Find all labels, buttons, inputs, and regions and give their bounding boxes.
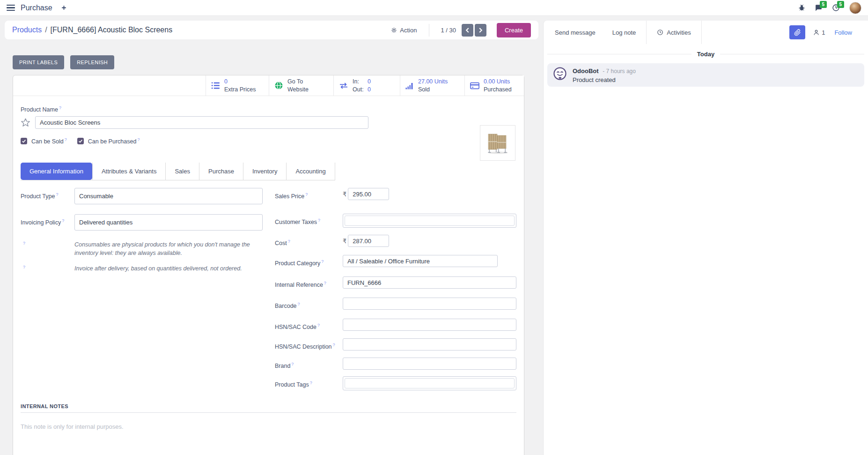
left-field-column: Product Type? Invoicing Policy? ? Consum… xyxy=(21,187,263,390)
right-field-column: Sales Price? ₹ Customer Taxes? Cost? ₹ xyxy=(275,187,516,390)
units-sold-stat-button[interactable]: 27.00 Units Sold xyxy=(400,75,464,96)
product-category-input[interactable] xyxy=(343,255,498,267)
pager-next-button[interactable] xyxy=(475,24,486,37)
can-be-sold-label: Can be Sold? xyxy=(31,137,67,145)
messages-icon[interactable]: 5 xyxy=(815,4,823,12)
control-panel: Products / [FURN_6666] Acoustic Bloc Scr… xyxy=(5,21,538,39)
breadcrumb: Products / [FURN_6666] Acoustic Bloc Scr… xyxy=(12,26,172,34)
extra-prices-stat-button[interactable]: 0 Extra Prices xyxy=(206,75,269,96)
follow-button[interactable]: Follow xyxy=(834,29,852,36)
chevron-right-icon xyxy=(478,28,483,33)
hsn-code-input[interactable] xyxy=(343,319,516,331)
plus-icon[interactable] xyxy=(61,5,67,11)
debug-bug-icon[interactable] xyxy=(798,4,805,11)
go-to-website-stat-button[interactable]: Go To Website xyxy=(269,75,333,96)
followers-button[interactable]: 1 xyxy=(813,29,825,36)
notebook-tabs: General Information Attributes & Variant… xyxy=(21,163,335,180)
breadcrumb-products-link[interactable]: Products xyxy=(12,26,42,34)
paperclip-icon xyxy=(794,29,801,36)
internal-reference-input[interactable] xyxy=(343,276,516,289)
customer-taxes-label: Customer Taxes? xyxy=(275,214,343,228)
send-message-button[interactable]: Send message xyxy=(555,29,596,36)
pager-count: 1 / 30 xyxy=(441,27,456,34)
apps-menu-icon[interactable] xyxy=(7,5,15,11)
product-image[interactable] xyxy=(480,125,515,161)
can-be-sold-checkbox[interactable] xyxy=(21,138,27,144)
product-name-label: Product Name? xyxy=(21,96,516,113)
customer-taxes-input[interactable] xyxy=(343,214,516,228)
favorite-star-icon[interactable] xyxy=(21,118,30,127)
hsn-description-label: HSN/SAC Description? xyxy=(275,338,343,351)
form-panel: Products / [FURN_6666] Acoustic Bloc Scr… xyxy=(0,16,543,455)
product-name-input[interactable] xyxy=(35,116,368,129)
cost-input[interactable] xyxy=(348,235,389,247)
create-button[interactable]: Create xyxy=(497,23,531,37)
tab-attributes-variants[interactable]: Attributes & Variants xyxy=(92,163,166,180)
pricelist-icon xyxy=(211,82,220,90)
form-sheet: 0 Extra Prices Go To Website xyxy=(13,75,524,455)
extra-prices-label: Extra Prices xyxy=(224,86,256,93)
user-avatar[interactable] xyxy=(849,2,861,14)
invoicing-policy-input[interactable] xyxy=(74,214,263,231)
product-tags-input[interactable] xyxy=(343,376,516,390)
acoustic-screen-image xyxy=(483,128,513,158)
sales-price-label: Sales Price? xyxy=(275,188,343,200)
attachments-button[interactable] xyxy=(789,25,805,39)
can-be-purchased-label: Can be Purchased? xyxy=(88,137,140,145)
activities-button[interactable]: Activities xyxy=(646,21,701,44)
barcode-label: Barcode? xyxy=(275,298,343,310)
action-label: Action xyxy=(400,27,417,34)
action-menu-button[interactable]: Action xyxy=(391,27,417,34)
out-label: Out: xyxy=(353,86,368,93)
app-name[interactable]: Purchase xyxy=(21,4,52,12)
odoo-app-window: Purchase 5 5 xyxy=(0,0,868,455)
units-purchased-stat-button[interactable]: 0.00 Units Purchased xyxy=(464,75,524,96)
tab-accounting[interactable]: Accounting xyxy=(287,163,335,180)
in-label: In: xyxy=(353,78,368,85)
replenish-button[interactable]: REPLENISH xyxy=(70,55,114,69)
date-divider-label: Today xyxy=(697,51,714,58)
top-navbar: Purchase 5 5 xyxy=(0,0,868,16)
print-labels-button[interactable]: PRINT LABELS xyxy=(13,55,64,69)
can-be-purchased-checkbox[interactable] xyxy=(77,138,84,144)
tab-inventory[interactable]: Inventory xyxy=(243,163,287,180)
website-line2: Website xyxy=(287,86,309,93)
internal-notes-title: INTERNAL NOTES xyxy=(21,403,516,413)
tab-purchase[interactable]: Purchase xyxy=(199,163,243,180)
tab-general-information[interactable]: General Information xyxy=(21,163,92,180)
follower-person-icon xyxy=(813,29,820,36)
navbar-systray: 5 5 xyxy=(798,2,861,14)
in-value: 0 xyxy=(368,78,371,85)
product-tags-label: Product Tags? xyxy=(275,376,343,390)
clock-icon xyxy=(657,29,663,36)
activities-clock-icon[interactable]: 5 xyxy=(832,4,840,12)
statusbar: PRINT LABELS REPLENISH xyxy=(13,55,543,69)
chevron-left-icon xyxy=(465,28,470,33)
bar-chart-icon xyxy=(405,82,414,90)
breadcrumb-separator: / xyxy=(45,26,47,34)
gear-icon xyxy=(391,27,397,33)
activities-badge: 5 xyxy=(837,1,844,8)
barcode-input[interactable] xyxy=(343,298,516,310)
sales-price-input[interactable] xyxy=(348,188,389,200)
log-note-button[interactable]: Log note xyxy=(612,29,636,36)
follower-count: 1 xyxy=(822,29,825,36)
invoicing-policy-label: Invoicing Policy? xyxy=(21,214,74,231)
chatter-panel: Send message Log note Activities xyxy=(543,21,868,455)
credit-card-icon xyxy=(470,82,479,90)
invoicing-help-marker: ? xyxy=(21,265,74,273)
hsn-description-input[interactable] xyxy=(343,338,516,351)
hsn-code-label: HSN/SAC Code? xyxy=(275,319,343,331)
units-sold-value: 27.00 Units xyxy=(418,78,448,85)
brand-input[interactable] xyxy=(343,358,516,370)
in-out-stat-button[interactable]: In:0 Out:0 xyxy=(333,75,400,96)
tab-sales[interactable]: Sales xyxy=(166,163,199,180)
out-value: 0 xyxy=(368,86,371,93)
internal-notes-editor[interactable]: This note is only for internal purposes. xyxy=(21,423,516,455)
product-category-label: Product Category? xyxy=(275,255,343,267)
help-marker: ? xyxy=(59,105,61,110)
product-type-input[interactable] xyxy=(74,188,263,204)
units-sold-label: Sold xyxy=(418,86,430,93)
pager-previous-button[interactable] xyxy=(462,24,473,37)
chatter-toolbar: Send message Log note Activities xyxy=(544,21,868,44)
